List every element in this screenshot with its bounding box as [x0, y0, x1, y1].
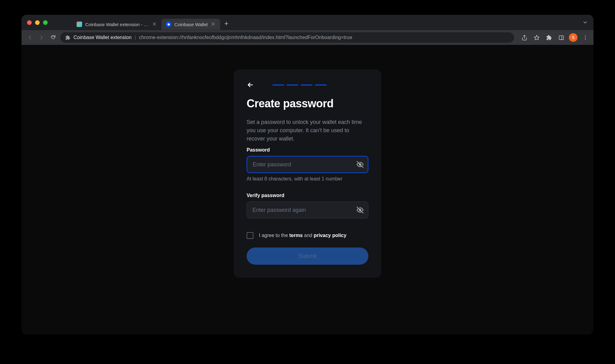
toggle-visibility-button[interactable] — [357, 207, 363, 213]
close-icon[interactable] — [211, 22, 216, 27]
back-button[interactable] — [25, 33, 34, 42]
verify-input-wrap — [247, 201, 368, 219]
tab-strip: Coinbase Wallet extension - Ch Coinbase … — [72, 15, 233, 30]
toggle-visibility-button[interactable] — [357, 161, 363, 168]
chrome-store-icon — [77, 22, 82, 27]
svg-point-3 — [585, 35, 586, 36]
tab-title: Coinbase Wallet — [174, 22, 208, 27]
agree-row: I agree to the terms and privacy policy — [247, 232, 368, 239]
browser-window: Coinbase Wallet extension - Ch Coinbase … — [22, 15, 593, 334]
tab-title: Coinbase Wallet extension - Ch — [85, 22, 149, 27]
titlebar: Coinbase Wallet extension - Ch Coinbase … — [22, 15, 593, 30]
toolbar: Coinbase Wallet extension | chrome-exten… — [22, 30, 593, 45]
close-icon[interactable] — [152, 22, 157, 27]
onboarding-card: Create password Set a password to unlock… — [234, 69, 381, 278]
svg-point-5 — [585, 39, 586, 40]
agree-checkbox[interactable] — [247, 232, 253, 239]
traffic-lights — [27, 20, 48, 25]
password-input[interactable] — [247, 156, 368, 173]
verify-password-label: Verify password — [247, 193, 368, 198]
profile-avatar[interactable]: S — [569, 33, 577, 42]
password-hint: At least 8 characters, with at least 1 n… — [247, 176, 368, 182]
card-header — [247, 81, 368, 89]
tabs-dropdown-button[interactable] — [582, 20, 588, 25]
coinbase-icon — [166, 22, 171, 27]
submit-button[interactable]: Submit — [247, 247, 368, 265]
progress-indicator — [272, 85, 327, 85]
svg-marker-0 — [534, 35, 539, 40]
side-panel-button[interactable] — [557, 33, 566, 42]
forward-button[interactable] — [37, 33, 46, 42]
progress-step — [315, 85, 327, 85]
progress-step — [301, 85, 312, 85]
window-maximize-button[interactable] — [43, 20, 48, 25]
agree-prefix: I agree to the — [259, 233, 289, 238]
svg-rect-1 — [559, 36, 563, 40]
toolbar-right: S — [517, 33, 590, 42]
page-title: Create password — [247, 97, 368, 110]
back-arrow-button[interactable] — [247, 81, 254, 89]
browser-tab-0[interactable]: Coinbase Wallet extension - Ch — [72, 19, 161, 30]
extensions-button[interactable] — [544, 33, 554, 42]
avatar-letter: S — [572, 35, 574, 40]
password-label: Password — [247, 147, 368, 153]
progress-step — [272, 85, 284, 85]
password-input-wrap — [247, 156, 368, 173]
extension-icon — [65, 35, 70, 40]
address-separator: | — [135, 35, 136, 40]
svg-point-4 — [585, 37, 586, 38]
privacy-link[interactable]: privacy policy — [314, 233, 347, 238]
reload-button[interactable] — [49, 33, 58, 42]
share-button[interactable] — [520, 33, 529, 42]
terms-link[interactable]: terms — [289, 233, 303, 238]
page-content: Create password Set a password to unlock… — [22, 45, 593, 334]
address-url: chrome-extension://hnfanknocfeofbddgcijn… — [139, 35, 352, 40]
agree-text: I agree to the terms and privacy policy — [259, 233, 347, 238]
address-title: Coinbase Wallet extension — [73, 35, 132, 40]
address-bar[interactable]: Coinbase Wallet extension | chrome-exten… — [60, 32, 514, 43]
menu-button[interactable] — [581, 33, 590, 42]
new-tab-button[interactable]: + — [220, 20, 233, 28]
browser-tab-1[interactable]: Coinbase Wallet — [161, 19, 220, 30]
bookmark-button[interactable] — [532, 33, 541, 42]
verify-password-input[interactable] — [247, 201, 368, 219]
agree-mid: and — [303, 233, 314, 238]
window-minimize-button[interactable] — [35, 20, 40, 25]
progress-step — [287, 85, 298, 85]
window-close-button[interactable] — [27, 20, 32, 25]
page-description: Set a password to unlock your wallet eac… — [247, 118, 368, 143]
